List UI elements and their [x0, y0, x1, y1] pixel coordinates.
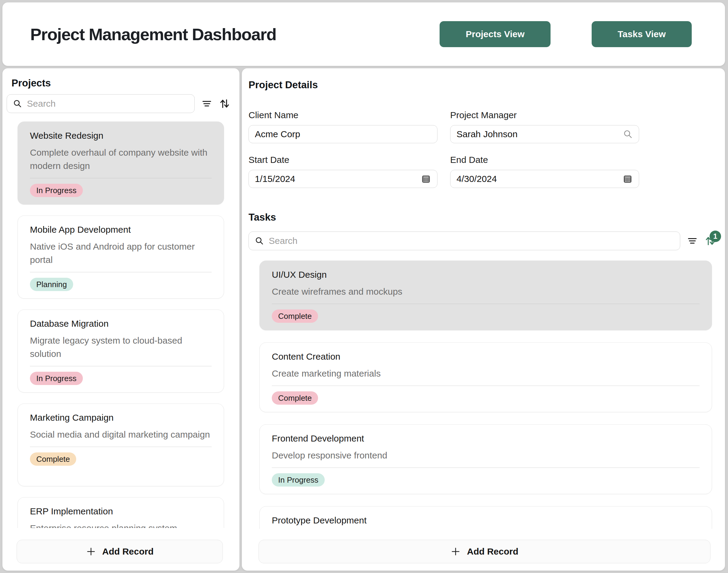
status-badge: In Progress	[30, 184, 83, 197]
task-title: Prototype Development	[272, 515, 699, 526]
card-divider	[30, 272, 212, 272]
project-card-erp-implementation[interactable]: ERP Implementation Enterprise resource p…	[17, 497, 224, 528]
lookup-search-icon[interactable]	[623, 129, 633, 139]
projects-add-record-button[interactable]: Add Record	[17, 540, 223, 563]
project-card-database-migration[interactable]: Database Migration Migrate legacy system…	[17, 309, 224, 393]
start-date-field: Start Date	[248, 155, 437, 188]
client-name-field: Client Name	[248, 110, 437, 143]
tasks-filter-button[interactable]	[687, 236, 698, 246]
projects-sort-button[interactable]	[219, 98, 230, 109]
project-title: Website Redesign	[30, 130, 212, 141]
end-date-field: End Date	[450, 155, 639, 188]
project-card-marketing-campaign[interactable]: Marketing Campaign Social media and digi…	[17, 404, 224, 486]
project-description: Native iOS and Android app for customer …	[30, 240, 212, 267]
card-divider	[272, 304, 699, 304]
start-date-label: Start Date	[248, 155, 437, 165]
details-panel: Project Details Client Name Project Mana…	[242, 68, 725, 571]
card-divider	[30, 366, 212, 366]
tasks-search-row: 1	[248, 231, 716, 250]
task-title: UI/UX Design	[272, 269, 699, 280]
task-description: Create wireframes and mockups	[272, 285, 699, 298]
view-switcher: Projects View Tasks View	[440, 21, 692, 47]
add-record-label: Add Record	[102, 546, 154, 557]
task-card-uiux-design[interactable]: UI/UX Design Create wireframes and mocku…	[259, 261, 712, 330]
project-title: Database Migration	[30, 318, 212, 329]
calendar-icon[interactable]	[623, 174, 633, 184]
task-card-frontend-development[interactable]: Frontend Development Develop responsive …	[259, 424, 712, 494]
tasks-heading: Tasks	[248, 212, 716, 223]
app-header: Project Management Dashboard Projects Vi…	[2, 2, 725, 66]
search-icon	[255, 236, 264, 245]
end-date-label: End Date	[450, 155, 639, 165]
project-details-heading: Project Details	[248, 79, 716, 91]
projects-list: Website Redesign Complete overhaul of co…	[2, 121, 239, 528]
project-title: Mobile App Development	[30, 224, 212, 235]
project-description: Social media and digital marketing campa…	[30, 428, 212, 441]
card-divider	[272, 468, 699, 468]
plus-icon	[86, 546, 96, 557]
status-badge: Complete	[272, 309, 318, 323]
projects-search-row	[7, 94, 230, 113]
filter-icon	[201, 98, 212, 109]
projects-panel: Projects Website Redesig	[2, 68, 239, 571]
project-title: ERP Implementation	[30, 506, 212, 517]
project-manager-field: Project Manager	[450, 110, 639, 143]
task-description: Create marketing materials	[272, 367, 699, 380]
add-record-label: Add Record	[467, 546, 518, 557]
start-date-input[interactable]	[255, 174, 421, 184]
project-card-website-redesign[interactable]: Website Redesign Complete overhaul of co…	[17, 121, 224, 205]
project-description: Complete overhaul of company website wit…	[30, 146, 212, 172]
status-badge: In Progress	[30, 372, 83, 385]
tasks-search-input[interactable]	[269, 236, 674, 246]
task-description: Develop responsive frontend	[272, 449, 699, 462]
filter-icon	[687, 236, 698, 246]
projects-search-input[interactable]	[27, 99, 188, 109]
plus-icon	[450, 546, 461, 557]
client-name-label: Client Name	[248, 110, 437, 120]
page-title: Project Management Dashboard	[30, 24, 276, 44]
status-badge: In Progress	[272, 473, 325, 486]
tasks-add-record-button[interactable]: Add Record	[258, 540, 711, 563]
tasks-view-button[interactable]: Tasks View	[592, 21, 692, 47]
card-divider	[30, 447, 212, 447]
status-badge: Planning	[30, 278, 73, 291]
projects-heading: Projects	[11, 77, 230, 89]
end-date-input[interactable]	[456, 174, 623, 184]
client-name-input[interactable]	[255, 129, 431, 139]
project-title: Marketing Campaign	[30, 412, 212, 423]
status-badge: Complete	[30, 453, 76, 466]
search-icon	[13, 99, 22, 108]
calendar-icon[interactable]	[421, 174, 431, 184]
tasks-list: UI/UX Design Create wireframes and mocku…	[248, 261, 716, 529]
projects-view-button[interactable]: Projects View	[440, 21, 550, 47]
status-badge: Complete	[272, 392, 318, 405]
project-manager-input[interactable]	[456, 129, 623, 139]
project-card-mobile-app-development[interactable]: Mobile App Development Native iOS and An…	[17, 215, 224, 299]
sort-count-badge: 1	[710, 230, 721, 242]
task-title: Content Creation	[272, 351, 699, 362]
project-details-form: Client Name Project Manager Start Date	[248, 110, 639, 188]
project-description: Enterprise resource planning system impl…	[30, 522, 212, 528]
task-title: Frontend Development	[272, 433, 699, 444]
tasks-search-box[interactable]	[248, 231, 680, 250]
card-divider	[272, 385, 699, 386]
projects-filter-button[interactable]	[201, 98, 212, 109]
sort-arrows-icon	[219, 98, 230, 109]
tasks-sort-button[interactable]: 1	[705, 235, 716, 247]
task-card-prototype-development[interactable]: Prototype Development	[259, 506, 712, 529]
task-card-content-creation[interactable]: Content Creation Create marketing materi…	[259, 343, 712, 412]
projects-search-box[interactable]	[7, 94, 195, 113]
project-manager-label: Project Manager	[450, 110, 639, 120]
project-description: Migrate legacy system to cloud-based sol…	[30, 334, 212, 361]
